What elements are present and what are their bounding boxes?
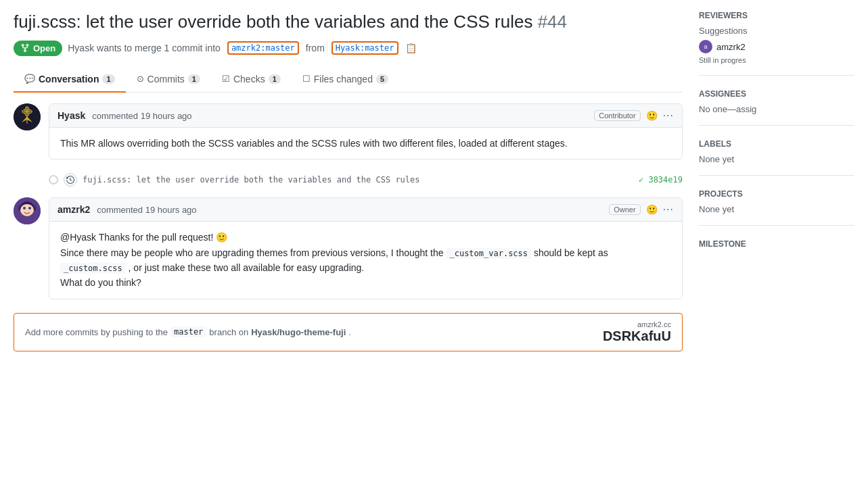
sidebar-reviewer-name[interactable]: amzrk2 xyxy=(716,42,746,52)
pr-meta: Open Hyask wants to merge 1 commit into … xyxy=(14,41,683,56)
comment-thread-1: Hyask commented 19 hours ago Contributor… xyxy=(14,103,683,160)
copy-icon[interactable]: 📋 xyxy=(405,43,417,53)
sidebar: Reviewers Suggestions a amzrk2 Still in … xyxy=(699,11,854,477)
comment-body-2: @Hyask Thanks for the pull request! 🙂 Si… xyxy=(49,222,682,299)
comment-header-1: Hyask commented 19 hours ago Contributor… xyxy=(49,104,682,128)
sidebar-labels-title: Labels xyxy=(699,139,854,149)
svg-point-8 xyxy=(23,207,26,210)
conversation-icon: 💬 xyxy=(24,74,35,84)
comment-author-2[interactable]: amzrk2 xyxy=(58,204,90,215)
more-options-button-2[interactable]: ··· xyxy=(663,203,674,216)
sidebar-reviewer-avatar: a xyxy=(699,40,712,53)
sidebar-assignees: Assignees No one—assig xyxy=(699,89,854,126)
sidebar-projects: Projects None yet xyxy=(699,189,854,226)
avatar-hyask xyxy=(14,103,41,130)
commit-line: fuji.scss: let the user override both th… xyxy=(49,173,683,187)
avatar-amzrk2 xyxy=(14,197,41,224)
tab-commits[interactable]: ⊙ Commits 1 xyxy=(126,67,211,93)
comment-author-1[interactable]: Hyask xyxy=(58,110,85,121)
sidebar-milestone-title: Milestone xyxy=(699,239,854,249)
sidebar-reviewers-title: Reviewers xyxy=(699,11,854,20)
jedi-logo-icon xyxy=(14,103,41,130)
amzrk2-avatar-icon xyxy=(14,197,41,224)
sidebar-reviewers: Reviewers Suggestions a amzrk2 Still in … xyxy=(699,11,854,76)
owner-badge: Owner xyxy=(609,204,640,215)
more-options-button-1[interactable]: ··· xyxy=(663,109,674,122)
comment-time-2: commented 19 hours ago xyxy=(97,205,196,215)
open-badge: Open xyxy=(14,41,62,56)
sidebar-projects-value: None yet xyxy=(699,204,854,214)
comment-body-1: This MR allows overriding both the SCSS … xyxy=(49,128,682,159)
sidebar-assignees-title: Assignees xyxy=(699,89,854,99)
comment-time-1: commented 19 hours ago xyxy=(92,111,191,121)
sidebar-projects-title: Projects xyxy=(699,189,854,199)
sidebar-labels: Labels None yet xyxy=(699,139,854,176)
commit-circle-icon xyxy=(64,173,77,187)
checks-icon: ☑ xyxy=(222,74,230,84)
files-changed-icon: ☐ xyxy=(302,74,311,84)
commits-icon: ⊙ xyxy=(137,74,144,84)
emoji-button-2[interactable]: 🙂 xyxy=(646,204,658,215)
tab-checks[interactable]: ☑ Checks 1 xyxy=(211,67,292,93)
branch-target-box: amzrk2:master xyxy=(227,41,299,55)
comment-thread-2: amzrk2 commented 19 hours ago Owner 🙂 ··… xyxy=(14,197,683,299)
commit-icon-svg xyxy=(66,176,74,184)
emoji-button-1[interactable]: 🙂 xyxy=(646,110,658,121)
inline-code-2: _custom.scss xyxy=(60,263,126,274)
comment-box-1: Hyask commented 19 hours ago Contributor… xyxy=(49,103,683,160)
sidebar-assignees-value: No one—assig xyxy=(699,104,854,114)
tab-conversation[interactable]: 💬 Conversation 1 xyxy=(14,67,126,93)
svg-point-9 xyxy=(28,207,31,210)
pr-number: #44 xyxy=(538,11,567,32)
sidebar-reviewer-user: a amzrk2 xyxy=(699,40,854,53)
pr-title-text: fuji.scss: let the user override both th… xyxy=(14,11,532,32)
footer-brand-sub: amzrk2.cc xyxy=(603,320,671,328)
commit-message: fuji.scss: let the user override both th… xyxy=(83,175,633,185)
pr-meta-text: Hyask wants to merge 1 commit into xyxy=(68,43,221,53)
footer-branch-code: master xyxy=(170,326,206,337)
comment-header-2: amzrk2 commented 19 hours ago Owner 🙂 ··… xyxy=(49,198,682,222)
contributor-badge: Contributor xyxy=(594,110,640,121)
sidebar-labels-value: None yet xyxy=(699,154,854,164)
pr-title: fuji.scss: let the user override both th… xyxy=(14,11,683,34)
git-merge-icon xyxy=(20,43,30,53)
commit-hash: ✓ 3834e19 xyxy=(639,175,683,185)
sidebar-suggestions: Suggestions xyxy=(699,26,854,36)
tab-files-changed[interactable]: ☐ Files changed 5 xyxy=(292,67,399,93)
footer-brand: DSRKafuU xyxy=(603,328,671,344)
sidebar-reviewer-status: Still in progres xyxy=(699,56,854,64)
footer-push-bar: Add more commits by pushing to the maste… xyxy=(14,313,683,351)
branch-source-box: Hyask:master xyxy=(332,41,398,55)
tabs-bar: 💬 Conversation 1 ⊙ Commits 1 ☑ Checks 1 … xyxy=(14,67,683,93)
inline-code-1: _custom_var.scss xyxy=(446,248,531,259)
comment-box-2: amzrk2 commented 19 hours ago Owner 🙂 ··… xyxy=(49,197,683,299)
svg-point-5 xyxy=(26,110,28,113)
commit-dot xyxy=(49,175,58,185)
footer-repo: Hyask/hugo-theme-fuji xyxy=(251,327,346,337)
sidebar-milestone: Milestone xyxy=(699,239,854,265)
